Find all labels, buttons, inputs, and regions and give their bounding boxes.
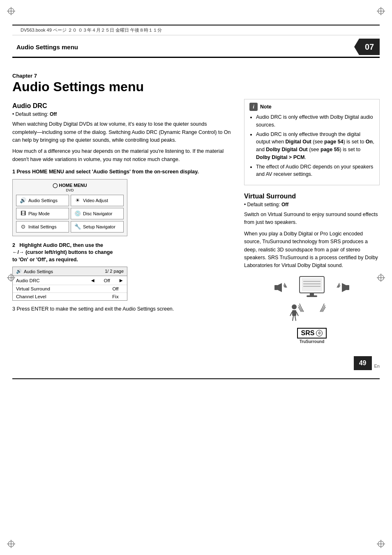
ast-row-channel-level: Channel Level Fix xyxy=(13,293,127,300)
svg-line-34 xyxy=(295,316,296,321)
svg-rect-21 xyxy=(302,278,322,291)
registration-mark-bottom-right xyxy=(375,538,387,550)
chapter-header-title: Audio Settings menu xyxy=(12,44,78,51)
left-column: Chapter 7 Audio Settings menu Audio DRC … xyxy=(12,66,232,344)
ast-row-audio-drc: Audio DRC ◄ Off ► xyxy=(13,276,127,285)
srs-logo: SRS © TruSurround xyxy=(297,328,327,344)
right-wave-icon xyxy=(334,281,349,294)
ast-header-page: 1/ 2 page xyxy=(105,269,124,274)
srs-sub-text: TruSurround xyxy=(300,339,325,344)
step3: 3 Press ENTER to make the setting and ex… xyxy=(12,306,232,313)
virtual-surround-para1: Switch on Virtual Surround to enjoy surr… xyxy=(244,211,380,227)
srs-logo-box: SRS © xyxy=(297,328,327,339)
note-bullet-2: Audio DRC is only effective through the … xyxy=(256,131,374,161)
audio-settings-table: 🔊 Audio Settings 1/ 2 page Audio DRC ◄ O… xyxy=(12,267,127,301)
menu-item-play-mode: 🎞 Play Mode xyxy=(16,208,69,219)
play-mode-icon: 🎞 xyxy=(20,210,26,217)
svg-rect-25 xyxy=(310,293,314,295)
note-bullets: Audio DRC is only effective with Dolby D… xyxy=(249,113,374,178)
tv-display xyxy=(297,276,326,299)
audio-drc-para1: When watching Dolby Digital DVDs at low … xyxy=(12,120,232,144)
svg-line-33 xyxy=(293,316,293,321)
initial-settings-icon: ⊙ xyxy=(20,223,26,230)
srs-circle: © xyxy=(316,330,323,336)
svg-line-31 xyxy=(290,312,292,316)
step1: 1 Press HOME MENU and select 'Audio Sett… xyxy=(12,168,232,176)
virtual-surround-heading: Virtual Surround xyxy=(244,193,380,200)
tv-icon xyxy=(297,276,326,298)
page-number-area: 49 En xyxy=(12,356,380,370)
note-label: Note xyxy=(260,104,272,110)
note-box: i Note Audio DRC is only effective with … xyxy=(244,99,380,185)
srs-diagram: SRS © TruSurround xyxy=(244,276,380,344)
note-icon: i xyxy=(249,103,258,111)
home-menu-diagram: ◯ HOME MENU DVD 🔊 Audio Settings ☀ Video… xyxy=(12,179,127,236)
note-box-header: i Note xyxy=(249,103,374,111)
meta-bar: DV563.book 49 ページ ２０ ０３年４月２５日 金曜日 午後８時１１… xyxy=(12,25,380,35)
svg-rect-30 xyxy=(292,310,296,316)
disc-navigator-icon: 💿 xyxy=(74,210,81,217)
menu-item-audio-settings: 🔊 Audio Settings xyxy=(16,195,69,206)
ast-row-virtual-surround: Virtual Surround Off xyxy=(13,285,127,293)
listener-row xyxy=(289,303,334,321)
chapter-label: Chapter 7 xyxy=(12,73,232,79)
menu-item-initial-settings: ⊙ Initial Settings xyxy=(16,221,69,233)
left-surround-waves xyxy=(289,303,306,321)
virtual-surround-default: • Default setting: Off xyxy=(244,202,380,207)
audio-settings-icon: 🔊 xyxy=(20,197,26,204)
home-menu-grid: 🔊 Audio Settings ☀ Video Adjust 🎞 Play M… xyxy=(16,195,124,233)
svg-point-29 xyxy=(292,304,297,309)
right-surround-waves xyxy=(318,303,334,321)
right-column: i Note Audio DRC is only effective with … xyxy=(244,66,380,344)
page-bottom-border xyxy=(12,378,380,379)
note-bullet-1: Audio DRC is only effective with Dolby D… xyxy=(256,113,374,129)
note-bullet-3: The effect of Audio DRC depends on your … xyxy=(256,163,374,179)
audio-drc-default: • Default setting: Off xyxy=(12,111,232,117)
left-speaker-group xyxy=(274,281,289,294)
page-lang: En xyxy=(374,364,380,368)
registration-mark-top-left xyxy=(5,5,17,17)
registration-mark-mid-right xyxy=(375,272,387,284)
registration-mark-mid-left xyxy=(5,272,17,284)
chapter-header-bar: Audio Settings menu 07 xyxy=(12,35,380,58)
srs-speakers-row xyxy=(274,276,349,299)
menu-item-setup-navigator: 🔧 Setup Navigator xyxy=(71,221,124,233)
home-menu-title: ◯ HOME MENU DVD xyxy=(16,183,124,192)
svg-line-32 xyxy=(296,312,298,316)
page-number-badge: 49 xyxy=(354,356,372,370)
svg-rect-18 xyxy=(274,285,278,290)
registration-mark-bottom-left xyxy=(5,538,17,550)
ast-header: 🔊 Audio Settings 1/ 2 page xyxy=(13,267,127,276)
video-adjust-icon: ☀ xyxy=(74,197,81,204)
svg-marker-28 xyxy=(342,283,346,292)
audio-drc-heading: Audio DRC xyxy=(12,102,232,110)
file-info: DV563.book 49 ページ ２０ ０３年４月２５日 金曜日 午後８時１１… xyxy=(21,27,162,33)
svg-rect-26 xyxy=(307,295,317,297)
menu-item-disc-navigator: 💿 Disc Navigator xyxy=(71,208,124,219)
svg-rect-27 xyxy=(346,285,349,290)
left-wave-icon xyxy=(274,281,289,294)
srs-text: SRS xyxy=(301,329,315,337)
chapter-main-title: Audio Settings menu xyxy=(12,80,232,94)
chapter-number-badge: 07 xyxy=(359,39,380,55)
setup-navigator-icon: 🔧 xyxy=(74,223,81,230)
step2: 2 Highlight Audio DRC, then use the ←/→ … xyxy=(12,242,232,264)
main-content: Chapter 7 Audio Settings menu Audio DRC … xyxy=(12,66,380,344)
registration-mark-top-right xyxy=(375,5,387,17)
audio-drc-para2: How much of a difference you hear depend… xyxy=(12,147,232,164)
right-speaker-group xyxy=(334,281,349,294)
svg-marker-19 xyxy=(278,283,282,292)
menu-item-video-adjust: ☀ Video Adjust xyxy=(71,195,124,206)
virtual-surround-para2: When you play a Dolby Digital or Pro Log… xyxy=(244,230,380,270)
